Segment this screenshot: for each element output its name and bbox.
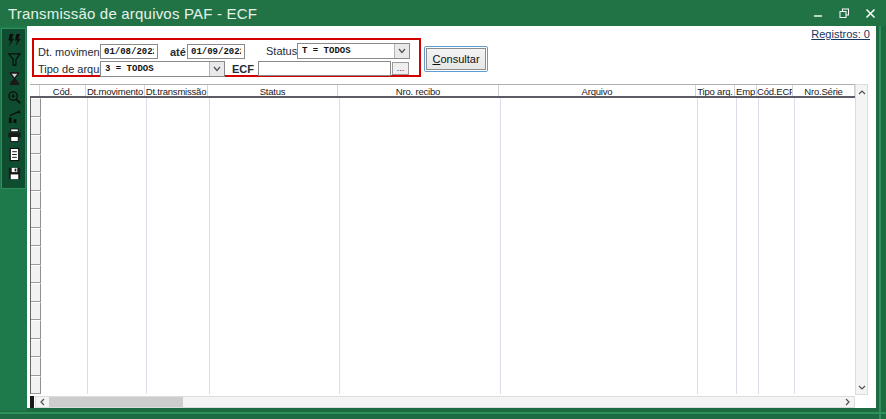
consultar-button-focus-ring: Consultar — [424, 46, 488, 72]
row-indicator-cell — [31, 357, 41, 376]
grid-line — [209, 98, 210, 394]
chevron-left-icon — [40, 398, 45, 406]
column-header-indicator[interactable] — [30, 85, 40, 96]
close-button[interactable] — [862, 6, 878, 20]
status-label: Status — [266, 45, 297, 57]
grid-line — [758, 98, 759, 394]
tipo-arquivo-select[interactable]: 3 = TODOS — [100, 61, 225, 77]
row-indicator-cell — [31, 228, 41, 247]
row-indicator-cell — [31, 283, 41, 302]
date-start-input[interactable] — [100, 44, 158, 59]
status-select[interactable]: T = TODOS — [297, 43, 410, 59]
restore-icon — [839, 8, 850, 19]
row-indicator-cell — [31, 98, 41, 117]
hourglass-icon — [7, 71, 22, 86]
zoom-button[interactable] — [2, 88, 27, 107]
scroll-right-button[interactable] — [841, 397, 854, 407]
window-border — [0, 412, 886, 414]
grid-line — [736, 98, 737, 394]
chevron-down-icon — [398, 48, 406, 54]
scroll-up-button[interactable] — [856, 85, 867, 99]
column-header-nro-recibo[interactable]: Nro. recibo — [338, 85, 499, 96]
toolbar-sidebar — [0, 26, 27, 411]
tipo-arquivo-dropdown-button[interactable] — [209, 62, 224, 76]
refresh-button[interactable] — [2, 31, 27, 50]
status-value: T = TODOS — [298, 44, 394, 58]
print-icon — [7, 128, 22, 143]
chart-button[interactable] — [2, 107, 27, 126]
wait-button[interactable] — [2, 69, 27, 88]
row-indicator-cell — [31, 191, 41, 210]
consultar-button[interactable]: Consultar — [426, 48, 486, 70]
grid-line — [339, 98, 340, 394]
zoom-icon — [7, 90, 22, 105]
date-end-input[interactable] — [187, 44, 245, 59]
dt-movimento-label: Dt. movimento — [38, 46, 109, 58]
status-dropdown-button[interactable] — [394, 44, 409, 58]
column-header-status[interactable]: Status — [208, 85, 338, 96]
row-indicator-cell — [31, 209, 41, 228]
grid-line — [146, 98, 147, 394]
column-header-emp[interactable]: Emp — [735, 85, 757, 96]
column-header-arquivo[interactable]: Arquivo — [499, 85, 696, 96]
chart-icon — [7, 109, 22, 124]
chevron-down-icon — [213, 66, 221, 72]
column-header-c-d-[interactable]: Cód. — [40, 85, 86, 96]
filter-icon — [7, 52, 22, 67]
chevron-down-icon — [858, 385, 866, 390]
horizontal-scrollbar-thumb[interactable] — [49, 397, 183, 407]
window-title: Transmissão de arquivos PAF - ECF — [0, 5, 257, 22]
scroll-down-button[interactable] — [856, 380, 867, 394]
grid-line — [87, 98, 88, 394]
ecf-input[interactable] — [258, 61, 391, 76]
save-icon — [7, 166, 22, 181]
consultar-rest: onsultar — [440, 53, 479, 65]
ecf-lookup-button[interactable]: ... — [392, 62, 409, 75]
filter-panel: Dt. movimento até Status T = TODOS Tipo … — [32, 38, 421, 77]
toolbar-icon-panel — [1, 28, 26, 189]
table-body — [30, 98, 855, 394]
row-indicator-cell — [31, 302, 41, 321]
row-indicator-cell — [31, 265, 41, 284]
row-indicator-cell — [31, 339, 41, 358]
window-border — [879, 26, 881, 419]
app-window: Transmissão de arquivos PAF - ECF — [0, 0, 886, 419]
column-header-dt-transmiss-o[interactable]: Dt.transmissão — [145, 85, 208, 96]
column-header-dt-movimento[interactable]: Dt.movimento — [86, 85, 145, 96]
minimize-button[interactable] — [810, 6, 826, 20]
filter-button[interactable] — [2, 50, 27, 69]
report-button[interactable] — [2, 145, 27, 164]
row-indicator-cell — [31, 154, 41, 173]
refresh-icon — [7, 33, 22, 48]
grid-splitter[interactable] — [30, 396, 34, 408]
row-indicator-cell — [31, 246, 41, 265]
scroll-left-button[interactable] — [36, 397, 49, 407]
column-header-nro-s-rie[interactable]: Nro.Série — [793, 85, 855, 96]
title-bar[interactable]: Transmissão de arquivos PAF - ECF — [0, 0, 886, 26]
registros-link[interactable]: Registros: 0 — [811, 28, 870, 40]
main-content: Registros: 0 Dt. movimento até Status T … — [27, 26, 876, 408]
horizontal-scrollbar[interactable] — [35, 396, 855, 408]
row-indicator-cell — [31, 172, 41, 191]
minimize-icon — [813, 8, 823, 18]
row-indicator-cell — [31, 135, 41, 154]
grid-line — [794, 98, 795, 394]
grid-line — [500, 98, 501, 394]
vertical-scrollbar[interactable] — [855, 84, 868, 395]
ate-label: até — [170, 46, 186, 58]
column-header-c-d-ecf[interactable]: Cód.ECF — [757, 85, 793, 96]
row-indicator-cell — [31, 117, 41, 136]
close-icon — [865, 8, 876, 19]
print-button[interactable] — [2, 126, 27, 145]
grid-line — [697, 98, 698, 394]
restore-button[interactable] — [836, 6, 852, 20]
tipo-arquivo-value: 3 = TODOS — [101, 62, 209, 76]
row-indicator-cell — [31, 320, 41, 339]
chevron-right-icon — [845, 398, 850, 406]
chevron-up-icon — [858, 90, 866, 95]
column-header-tipo-arq-[interactable]: Tipo arq. — [696, 85, 735, 96]
ecf-label: ECF — [232, 63, 254, 75]
save-button[interactable] — [2, 164, 27, 183]
report-icon — [7, 147, 22, 162]
row-indicator-column — [31, 98, 41, 394]
